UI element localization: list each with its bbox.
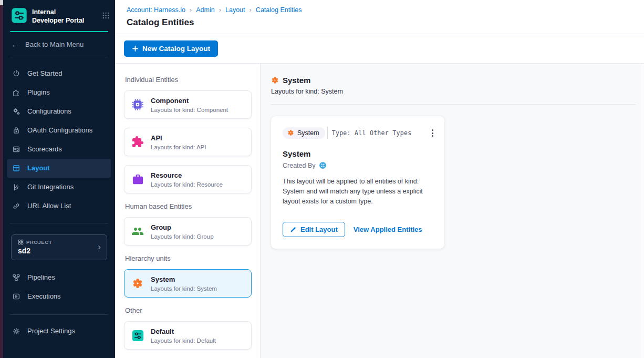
card-actions: Edit Layout View Applied Entities [283,222,433,237]
module-grid-icon[interactable] [102,7,110,22]
pipelines-icon [12,273,20,282]
section-title: Individual Entities [125,76,252,84]
kind-subheading: Layouts for kind: System [271,88,640,95]
kind-chip: System [283,127,325,139]
entity-card-system[interactable]: System Layouts for kind: System [124,269,252,298]
entity-name: Component [151,97,228,105]
section-title: Other [125,306,252,314]
project-selector[interactable]: PROJECT sd2 › [11,234,107,260]
logo-row: Internal Developer Portal [3,0,115,31]
system-gear-icon [131,278,144,289]
executions-icon [12,292,20,301]
page-title: Catalog Entities [127,17,644,28]
toolbar: New Catalog Layout [115,34,644,64]
scorecard-icon [12,145,20,154]
breadcrumb-admin[interactable]: Admin [196,6,225,14]
back-to-main-menu[interactable]: ← Back to Main Menu [3,32,115,57]
entity-kinds-panel: Individual Entities Component Layouts fo… [115,64,261,358]
entity-desc: Layouts for kind: Resource [151,181,223,188]
resource-briefcase-icon [131,173,144,186]
section-individual-entities: Individual Entities Component Layouts fo… [124,76,252,193]
breadcrumb: Account: Harness.io Admin Layout Catalog… [127,6,644,14]
entity-desc: Layouts for kind: Group [151,233,214,240]
puzzle-icon [12,88,20,97]
sidebar-nav-lower: Pipelines Executions [3,260,115,306]
scrollbar-gutter[interactable] [640,64,644,358]
chevron-right-icon: › [98,242,101,252]
arrow-left-icon: ← [11,40,19,49]
sidebar-item-layout[interactable]: Layout [7,159,111,178]
sidebar-item-git-integrations[interactable]: Git Integrations [7,178,111,197]
layout-card-system: System Type: All Other Types System Crea… [271,116,444,249]
gears-icon [12,107,20,116]
entity-desc: Layouts for kind: API [151,144,206,150]
entity-name: Group [151,223,214,231]
entity-card-group[interactable]: Group Layouts for kind: Group [124,217,252,246]
power-icon [12,69,20,78]
back-label: Back to Main Menu [25,40,84,48]
breadcrumb-catalog-entities[interactable]: Catalog Entities [256,6,302,14]
edit-layout-button[interactable]: Edit Layout [283,222,345,237]
entity-name: Default [151,328,216,335]
project-label-row: PROJECT [18,239,100,245]
layout-icon [12,164,20,172]
app-title: Internal Developer Portal [32,7,85,25]
sidebar-item-scorecards[interactable]: Scorecards [7,140,111,159]
divider [271,104,636,105]
view-applied-entities-link[interactable]: View Applied Entities [354,226,422,233]
component-icon [131,98,144,111]
project-name: sd2 [18,247,100,255]
sidebar-item-configurations[interactable]: Configurations [7,102,111,121]
sidebar-nav: Get Started Plugins Configurations OAuth… [3,57,115,216]
kebab-menu-icon[interactable] [430,128,435,138]
entity-name: Resource [151,171,223,179]
entity-card-resource[interactable]: Resource Layouts for kind: Resource [124,165,252,193]
sidebar-item-plugins[interactable]: Plugins [7,83,111,102]
section-title: Human based Entities [125,202,252,210]
type-text: Type: All Other Types [332,129,412,137]
entity-desc: Layouts for kind: Default [151,337,216,344]
system-gear-icon [287,129,294,136]
breadcrumb-account[interactable]: Account: Harness.io [127,6,196,14]
project-icon [18,239,24,245]
gear-icon [12,327,20,335]
new-catalog-layout-button[interactable]: New Catalog Layout [124,40,218,57]
section-hierarchy-units: Hierarchy units System Layouts for kind:… [124,254,252,298]
main-content: System Layouts for kind: System System T… [261,64,640,358]
divider [327,127,328,139]
section-title: Hierarchy units [125,254,252,262]
entity-card-api[interactable]: API Layouts for kind: API [124,128,252,156]
entity-name: System [151,275,217,283]
sidebar-item-url-allow-list[interactable]: URL Allow List [7,197,111,216]
system-gear-icon [271,76,279,84]
chip-row: System Type: All Other Types [283,127,433,139]
entity-card-default[interactable]: Default Layouts for kind: Default [124,321,252,350]
idp-logo-icon [11,7,27,24]
section-human-based-entities: Human based Entities Group Layouts for k… [124,202,252,246]
harness-creator-icon [319,161,327,169]
plus-icon [132,45,139,52]
group-people-icon [131,225,144,238]
entity-desc: Layouts for kind: Component [151,107,228,113]
link-icon [12,202,20,210]
page-header: Account: Harness.io Admin Layout Catalog… [115,0,644,34]
sidebar-item-pipelines[interactable]: Pipelines [7,268,111,287]
sidebar-item-oauth-configurations[interactable]: OAuth Configurations [7,121,111,140]
lock-icon [12,126,20,135]
layout-title: System [283,149,433,158]
pencil-icon [290,226,297,233]
entity-desc: Layouts for kind: System [151,285,217,292]
sidebar-item-project-settings[interactable]: Project Settings [7,322,111,341]
sidebar-nav-settings: Project Settings [3,315,115,341]
divider [10,223,108,223]
layout-description: This layout will be applied to all entit… [283,177,436,206]
default-logo-icon [131,330,144,342]
entity-card-component[interactable]: Component Layouts for kind: Component [124,90,252,119]
breadcrumb-layout[interactable]: Layout [225,6,256,14]
created-by-row: Created By [283,161,433,169]
sidebar-item-executions[interactable]: Executions [7,287,111,306]
api-puzzle-icon [131,136,144,148]
branch-icon [12,183,20,191]
sidebar-item-get-started[interactable]: Get Started [7,64,111,83]
kind-heading: System [283,76,310,85]
